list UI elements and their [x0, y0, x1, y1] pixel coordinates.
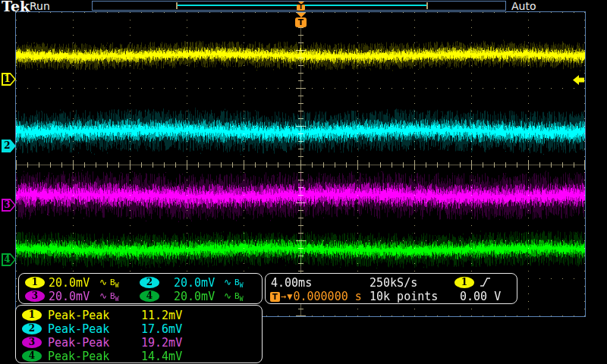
channel-3-marker[interactable]: 3 — [2, 199, 16, 212]
measurement-label: Peak-Peak — [48, 322, 109, 336]
channel-2-scale[interactable]: 20.0mV — [174, 276, 215, 290]
channel-2-marker[interactable]: 2 — [2, 140, 16, 152]
measurement-value: 11.2mV — [141, 309, 182, 322]
trigger-level-icon[interactable] — [572, 74, 585, 86]
channel-4-bandwidth-icon: ∿BW — [224, 290, 244, 303]
horizontal-scale[interactable]: 4.00ms — [271, 276, 312, 290]
measurement-row[interactable]: 2 Peak-Peak 17.6mV — [16, 322, 262, 336]
sample-rate: 250kS/s — [370, 276, 417, 290]
channel-2-badge[interactable]: 2 — [140, 277, 159, 288]
measurement-value: 17.6mV — [141, 322, 182, 336]
channel-readouts: 1 20.0mV ∿BW 2 20.0mV ∿BW 3 20.0mV ∿BW 4… — [18, 273, 263, 304]
horizontal-trigger-readouts: 4.00ms 250kS/s 1 T→▼0.000000 s 10k point… — [265, 273, 517, 304]
arrow-right-icon: → — [281, 291, 286, 302]
trigger-position-marker[interactable]: T — [295, 13, 307, 27]
measurement-row[interactable]: 1 Peak-Peak 11.2mV — [16, 309, 262, 322]
channel-1-scale[interactable]: 20.0mV — [49, 276, 90, 290]
arrow-down-icon: ▼ — [287, 291, 292, 302]
measurement-value: 14.4mV — [141, 350, 182, 363]
channel-4-marker[interactable]: 4 — [2, 253, 16, 266]
measurement-readouts: 1 Peak-Peak 11.2mV 2 Peak-Peak 17.6mV 3 … — [15, 305, 263, 363]
channel-3-badge[interactable]: 3 — [25, 290, 45, 302]
rising-edge-icon — [479, 277, 492, 288]
measurement-label: Peak-Peak — [48, 336, 109, 350]
measurement-row[interactable]: 4 Peak-Peak 14.4mV — [16, 350, 262, 363]
window-end-tick — [426, 2, 428, 9]
waveform-canvas — [16, 12, 585, 316]
channel-1-badge: 1 — [22, 309, 42, 321]
channel-2-bandwidth-icon: ∿BW — [224, 277, 244, 289]
measurement-value: 19.2mV — [141, 336, 182, 350]
channel-3-badge: 3 — [22, 337, 42, 348]
channel-1-bandwidth-icon: ∿BW — [99, 277, 119, 289]
channel-1-marker[interactable]: 1 — [2, 73, 16, 86]
trigger-t-icon: T — [270, 292, 280, 302]
measurement-row[interactable]: 3 Peak-Peak 19.2mV — [16, 336, 262, 350]
measurement-label: Peak-Peak — [48, 309, 109, 322]
window-start-tick — [176, 2, 178, 9]
channel-1-badge[interactable]: 1 — [25, 277, 45, 288]
channel-3-scale[interactable]: 20.0mV — [49, 290, 90, 303]
channel-4-badge: 4 — [22, 350, 42, 362]
channel-4-badge[interactable]: 4 — [140, 290, 159, 302]
channel-3-bandwidth-icon: ∿BW — [99, 290, 119, 303]
acquisition-preview-bar[interactable]: T — [92, 1, 506, 11]
acquisition-status: Run — [30, 0, 50, 12]
channel-2-badge: 2 — [22, 323, 42, 334]
graticule — [15, 11, 586, 317]
measurement-label: Peak-Peak — [48, 350, 109, 363]
trigger-position-readout[interactable]: T→▼0.000000 s — [270, 290, 362, 303]
channel-4-scale[interactable]: 20.0mV — [174, 290, 215, 303]
trigger-source-badge[interactable]: 1 — [454, 277, 474, 288]
oscilloscope-screen: Tek Run Auto T T 1 2 3 4 1 20 — [0, 0, 607, 364]
trigger-position-bar-icon: T — [297, 2, 305, 11]
trigger-mode-status: Auto — [511, 0, 536, 12]
trigger-level[interactable]: 0.00 V — [460, 290, 501, 303]
record-length: 10k points — [370, 290, 438, 303]
